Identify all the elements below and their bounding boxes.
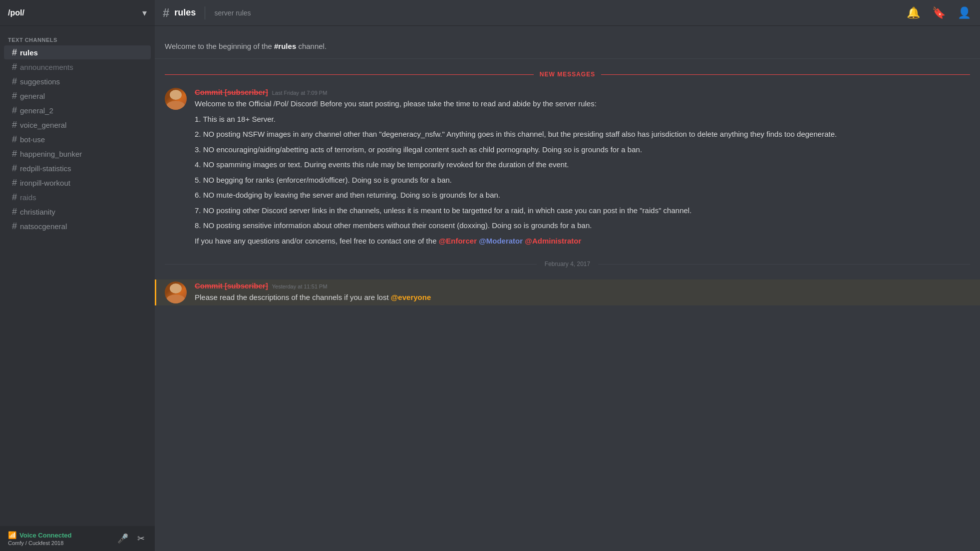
header-hash-icon: # bbox=[163, 6, 169, 20]
server-header[interactable]: /pol/ ▾ bbox=[0, 0, 155, 26]
channel-name-happening-bunker: happening_bunker bbox=[20, 150, 82, 158]
mention-enforcer: @Enforcer bbox=[439, 237, 477, 245]
new-messages-label: NEW MESSAGES bbox=[534, 71, 601, 78]
channel-name-natsocgeneral: natsocgeneral bbox=[20, 222, 67, 231]
sidebar-item-bot-use[interactable]: # bot-use bbox=[4, 132, 151, 146]
divider-line-right bbox=[601, 74, 970, 75]
hash-icon: # bbox=[12, 91, 17, 100]
username-1: Commit [subscriber] bbox=[195, 88, 268, 96]
timestamp-2: Yesterday at 11:51 PM bbox=[272, 283, 327, 289]
intro-channel-name: #rules bbox=[274, 42, 296, 50]
header-divider bbox=[205, 6, 205, 19]
avatar-2 bbox=[165, 281, 187, 303]
hash-icon: # bbox=[12, 48, 17, 57]
channel-name-general-2: general_2 bbox=[20, 106, 53, 115]
sidebar-item-rules[interactable]: # rules bbox=[4, 45, 151, 59]
microphone-icon[interactable]: 🎤 bbox=[115, 531, 130, 546]
username-2: Commit [subscriber] bbox=[195, 281, 268, 290]
sidebar-item-general[interactable]: # general bbox=[4, 89, 151, 103]
sidebar-item-redpill-statistics[interactable]: # redpill-statistics bbox=[4, 161, 151, 175]
hash-icon: # bbox=[12, 106, 17, 115]
date-divider: February 4, 2017 bbox=[155, 257, 980, 272]
message-text-2: Please read the descriptions of the chan… bbox=[195, 292, 970, 303]
channel-intro: Welcome to the beginning of the #rules c… bbox=[155, 34, 980, 59]
hash-icon: # bbox=[12, 120, 17, 129]
sidebar-item-natsocgeneral[interactable]: # natsocgeneral bbox=[4, 219, 151, 233]
mention-moderator: @Moderator bbox=[479, 237, 523, 245]
message-text-1: Welcome to the Official /Pol/ Discord! B… bbox=[195, 98, 970, 247]
channel-name-redpill-statistics: redpill-statistics bbox=[20, 164, 71, 173]
message-content-2: Commit [subscriber] Yesterday at 11:51 P… bbox=[195, 281, 970, 303]
hash-icon: # bbox=[12, 135, 17, 144]
text-channels-label: TEXT CHANNELS bbox=[0, 34, 155, 45]
voice-actions: 🎤 ✂ bbox=[115, 531, 147, 546]
new-messages-divider: NEW MESSAGES bbox=[155, 67, 980, 82]
header-icons: 🔔 🔖 👤 bbox=[906, 5, 972, 20]
channel-name-bot-use: bot-use bbox=[20, 135, 45, 144]
divider-line-left bbox=[165, 74, 534, 75]
hash-icon: # bbox=[12, 193, 17, 202]
voice-channel-name: Comfy / Cuckfest 2018 bbox=[8, 540, 72, 546]
channel-name-christianity: christianity bbox=[20, 208, 55, 216]
sidebar-item-raids[interactable]: # raids bbox=[4, 190, 151, 204]
voice-status: 📶 Voice Connected bbox=[8, 531, 72, 539]
hash-icon: # bbox=[12, 222, 17, 231]
messages-area[interactable]: Welcome to the beginning of the #rules c… bbox=[155, 26, 980, 551]
server-name: /pol/ bbox=[8, 8, 142, 17]
channel-name-suggestions: suggestions bbox=[20, 77, 60, 86]
hash-icon: # bbox=[12, 149, 17, 158]
main-content: # rules server rules 🔔 🔖 👤 Welcome to th… bbox=[155, 0, 980, 551]
channel-name-raids: raids bbox=[20, 193, 36, 202]
signal-bars-icon: 📶 bbox=[8, 531, 16, 539]
channel-name-rules: rules bbox=[20, 48, 38, 57]
sidebar: /pol/ ▾ TEXT CHANNELS # rules # announce… bbox=[0, 0, 155, 551]
sidebar-item-happening-bunker[interactable]: # happening_bunker bbox=[4, 147, 151, 161]
message-group-1: Commit [subscriber] Last Friday at 7:09 … bbox=[155, 86, 980, 249]
hash-icon: # bbox=[12, 178, 17, 187]
timestamp-1: Last Friday at 7:09 PM bbox=[272, 90, 327, 96]
message-header-1: Commit [subscriber] Last Friday at 7:09 … bbox=[195, 88, 970, 96]
channels-section: TEXT CHANNELS # rules # announcements # … bbox=[0, 26, 155, 526]
members-icon[interactable]: 👤 bbox=[957, 5, 972, 20]
date-label: February 4, 2017 bbox=[537, 261, 598, 268]
disconnect-icon[interactable]: ✂ bbox=[135, 531, 147, 546]
hash-icon: # bbox=[12, 207, 17, 216]
sidebar-item-announcements[interactable]: # announcements bbox=[4, 60, 151, 74]
sidebar-item-ironpill-workout[interactable]: # ironpill-workout bbox=[4, 176, 151, 190]
mention-everyone: @everyone bbox=[391, 293, 431, 301]
message-header-2: Commit [subscriber] Yesterday at 11:51 P… bbox=[195, 281, 970, 290]
sidebar-item-voice-general[interactable]: # voice_general bbox=[4, 118, 151, 132]
date-line-left bbox=[165, 264, 537, 265]
message-content-1: Commit [subscriber] Last Friday at 7:09 … bbox=[195, 88, 970, 247]
sidebar-item-general-2[interactable]: # general_2 bbox=[4, 103, 151, 117]
sidebar-item-suggestions[interactable]: # suggestions bbox=[4, 74, 151, 88]
header-topic: server rules bbox=[214, 9, 251, 17]
date-line-right bbox=[598, 264, 970, 265]
sidebar-item-christianity[interactable]: # christianity bbox=[4, 205, 151, 219]
channel-name-general: general bbox=[20, 92, 45, 100]
mention-administrator: @Administrator bbox=[525, 237, 581, 245]
hash-icon: # bbox=[12, 164, 17, 173]
chevron-down-icon: ▾ bbox=[142, 7, 147, 18]
avatar-1 bbox=[165, 88, 187, 110]
channel-name-voice-general: voice_general bbox=[20, 121, 66, 129]
channel-name-ironpill-workout: ironpill-workout bbox=[20, 179, 70, 187]
header-channel-name: rules bbox=[174, 7, 196, 18]
voice-info: 📶 Voice Connected Comfy / Cuckfest 2018 bbox=[8, 531, 72, 546]
hash-icon: # bbox=[12, 77, 17, 86]
channel-name-announcements: announcements bbox=[20, 63, 73, 71]
notification-bell-icon[interactable]: 🔔 bbox=[906, 5, 921, 20]
voice-panel: 📶 Voice Connected Comfy / Cuckfest 2018 … bbox=[0, 526, 155, 551]
bookmark-icon[interactable]: 🔖 bbox=[931, 5, 947, 20]
hash-icon: # bbox=[12, 62, 17, 71]
message-group-2: Commit [subscriber] Yesterday at 11:51 P… bbox=[155, 279, 980, 305]
channel-header: # rules server rules 🔔 🔖 👤 bbox=[155, 0, 980, 26]
